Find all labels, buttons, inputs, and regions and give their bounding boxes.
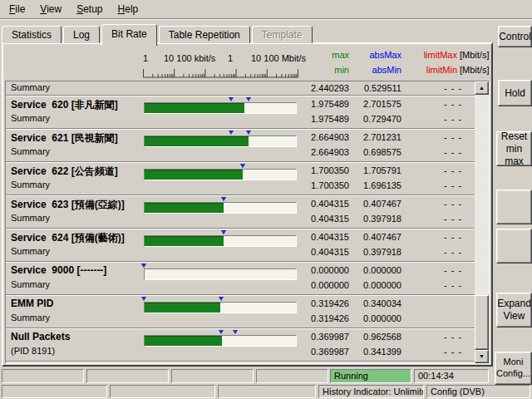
bitrate-bar [144,163,297,181]
max-value: 0.000000 [299,265,349,275]
scale-label-kbit: 10 100 kbit/s [164,53,215,63]
bar-fill [145,203,224,213]
menu-help[interactable]: Help [111,1,146,17]
col-header-limitmin: limitMin [391,65,457,75]
bitrate-row[interactable]: Summary 2.440293 0.529511 - - - [6,81,475,96]
bitrate-row[interactable]: Service 620 [非凡新聞] Summary 1.975489 2.70… [6,96,475,129]
menu-file[interactable]: File [2,1,32,17]
col-header-limitmax: limitMax [391,50,457,60]
blank-button-2[interactable] [496,229,532,264]
limitmax-value: - - - [428,199,475,209]
log-scale-ruler [143,66,301,78]
min-value: 0.404315 [299,214,349,224]
limitmin-value: - - - [428,83,475,93]
menu-setup[interactable]: Setup [69,1,110,17]
reset-minmax-button[interactable]: Reset min max [496,131,532,166]
bitrate-rows: Summary 2.440293 0.529511 - - - Service … [6,81,475,363]
tab-statistics[interactable]: Statistics [2,26,62,43]
bar-track [144,202,297,214]
limitmin-value: - - - [428,114,475,124]
service-name: Service 623 [預備(亞綜)] [11,198,125,212]
bitrate-row[interactable]: EMM PID Summary 0.319426 0.340034 0.3194… [6,295,475,328]
control-button[interactable]: Control [498,26,532,47]
moni-config-button[interactable]: Moni Config... [495,352,532,385]
limitmax-value: - - - [428,165,475,175]
col-header-unit-2: [Mbit/s] [460,65,493,75]
min-value: 1.700350 [299,180,349,190]
bar-track [144,235,297,247]
min-value: 0.000000 [299,280,349,290]
service-subtitle: Summary [11,246,50,256]
bar-track [144,268,297,280]
scroll-down-icon[interactable]: ▼ [475,350,489,363]
status-panel [110,385,215,398]
menu-view[interactable]: View [32,1,69,17]
absmax-value: 2.701231 [352,132,401,142]
min-value: 0.369987 [299,347,349,357]
bar-fill [145,170,243,180]
max-value: 2.664903 [299,132,349,142]
bar-fill [145,136,249,146]
scroll-up-icon[interactable]: ▲ [475,81,489,95]
tab-bit-rate[interactable]: Bit Rate [101,24,157,46]
tab-template: Template [252,26,313,43]
col-header-unit-1: [Mbit/s] [460,50,493,60]
tab-table-repetition[interactable]: Table Repetition [159,26,250,43]
max-value: 0.404315 [299,199,349,209]
bitrate-row[interactable]: Null Packets (PID 8191) 0.369987 0.96256… [6,328,475,362]
bar-track [144,135,297,147]
service-name: Service 624 [預備(藝術)] [11,231,125,245]
absmin-value: 0.000000 [352,280,401,290]
max-value: 1.975489 [299,99,349,109]
bitrate-row[interactable]: Service 623 [預備(亞綜)] Summary 0.404315 0.… [6,195,475,229]
service-subtitle: Summary [11,180,50,190]
max-value: 0.319426 [299,298,349,308]
absmin-value: 0.341399 [352,347,401,357]
limitmin-value: - - - [428,280,475,290]
limitmin-value: - - - [428,347,475,357]
absmin-value: 0.729470 [352,114,401,124]
service-name: Service 9000 [-------] [11,264,106,276]
scale-label-1m: 1 [228,53,233,63]
bitrate-row[interactable]: Service 624 [預備(藝術)] Summary 0.404315 0.… [6,229,475,262]
blank-button-1[interactable] [496,190,532,224]
elapsed-time: 00:14:34 [414,369,489,383]
bar-markers [144,229,297,235]
service-name: Service 620 [非凡新聞] [11,98,118,112]
bitrate-bar [144,296,297,314]
status-panel [218,385,316,398]
menu-bar: File View Setup Help [0,0,532,19]
absmax-value: 1.705791 [352,165,401,175]
history-indicator: History Indicator: Unlimited [318,385,424,398]
bitrate-bar [144,96,297,115]
bar-track [144,169,297,180]
limitmax-value: - - - [428,265,475,275]
bitrate-row[interactable]: Service 622 [公告頻道] Summary 1.700350 1.70… [6,162,475,195]
scale-label-1k: 1 [143,53,148,63]
vertical-scrollbar[interactable]: ▲ ▼ [475,81,489,363]
bar-fill [145,336,222,346]
bar-fill [145,103,244,113]
limitmin-value: - - - [428,180,475,190]
limitmin-value: - - - [428,247,475,257]
bitrate-row[interactable]: Service 9000 [-------] Summary 0.000000 … [6,262,475,295]
service-subtitle: Summary [11,82,50,92]
bitrate-analyzer-window: File View Setup Help Statistics Log Bit … [0,0,532,399]
service-subtitle: Summary [11,279,50,289]
scrollbar-thumb[interactable] [475,295,489,350]
bitrate-row[interactable]: Service 621 [民視新聞] Summary 2.664903 2.70… [6,129,475,162]
bitrate-bar [144,263,297,281]
absmax-value: 0.000000 [352,265,401,275]
bar-markers [144,163,297,169]
min-value: 1.975489 [299,114,349,124]
hold-button[interactable]: Hold [498,80,532,106]
bar-fill [145,303,220,313]
expand-view-button[interactable]: Expand View [496,293,532,328]
tab-log[interactable]: Log [63,26,100,43]
service-subtitle: (PID 8191) [11,346,55,356]
absmax-value: 2.701575 [352,99,401,109]
absmin-value: 0.397918 [352,247,401,257]
status-panel [2,369,84,383]
absmin-value: 0.000000 [352,313,401,323]
bar-fill [145,236,224,246]
